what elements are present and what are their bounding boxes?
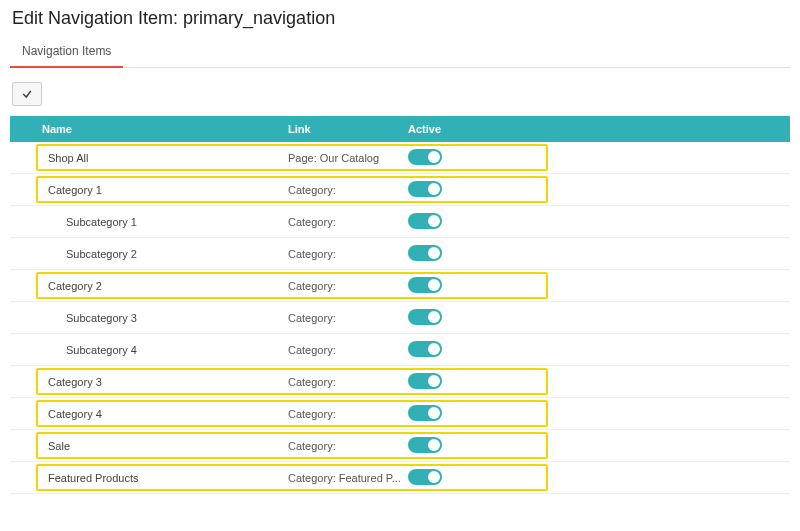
active-toggle[interactable] (408, 149, 442, 165)
row-link: Category: (288, 376, 408, 388)
row-name: Shop All (38, 152, 288, 164)
row-name: Category 3 (38, 376, 288, 388)
check-icon (21, 88, 33, 100)
table-row[interactable]: SaleCategory: (10, 430, 790, 462)
row-link: Category: (288, 216, 408, 228)
row-name: Subcategory 4 (38, 344, 288, 356)
row-link: Page: Our Catalog (288, 152, 408, 164)
table-row[interactable]: Category 4Category: (10, 398, 790, 430)
row-name: Subcategory 1 (38, 216, 288, 228)
table-row[interactable]: Subcategory 3Category: (10, 302, 790, 334)
col-header-active[interactable]: Active (408, 123, 472, 135)
row-name: Category 2 (38, 280, 288, 292)
row-name: Category 1 (38, 184, 288, 196)
row-link: Category: (288, 344, 408, 356)
row-active-cell (408, 213, 472, 231)
table-row[interactable]: Subcategory 1Category: (10, 206, 790, 238)
row-active-cell (408, 405, 472, 423)
table-row[interactable]: Shop AllPage: Our Catalog (10, 142, 790, 174)
active-toggle[interactable] (408, 373, 442, 389)
row-link: Category: (288, 184, 408, 196)
row-name: Subcategory 3 (38, 312, 288, 324)
row-active-cell (408, 245, 472, 263)
row-name: Featured Products (38, 472, 288, 484)
row-active-cell (408, 469, 472, 487)
row-name: Category 4 (38, 408, 288, 420)
table-row[interactable]: Subcategory 4Category: (10, 334, 790, 366)
row-active-cell (408, 309, 472, 327)
row-link: Category: (288, 440, 408, 452)
active-toggle[interactable] (408, 213, 442, 229)
active-toggle[interactable] (408, 245, 442, 261)
active-toggle[interactable] (408, 309, 442, 325)
page-title: Edit Navigation Item: primary_navigation (10, 8, 790, 29)
navigation-items-table: Name Link Active Shop AllPage: Our Catal… (10, 116, 790, 494)
active-toggle[interactable] (408, 437, 442, 453)
row-name: Sale (38, 440, 288, 452)
active-toggle[interactable] (408, 469, 442, 485)
table-header: Name Link Active (10, 116, 790, 142)
row-link: Category: (288, 312, 408, 324)
row-active-cell (408, 181, 472, 199)
table-row[interactable]: Subcategory 2Category: (10, 238, 790, 270)
table-row[interactable]: Category 3Category: (10, 366, 790, 398)
table-row[interactable]: Featured ProductsCategory: Featured P... (10, 462, 790, 494)
table-body: Shop AllPage: Our CatalogCategory 1Categ… (10, 142, 790, 494)
row-active-cell (408, 341, 472, 359)
row-active-cell (408, 437, 472, 455)
tab-navigation-items[interactable]: Navigation Items (10, 36, 123, 68)
row-link: Category: Featured P... (288, 472, 408, 484)
row-link: Category: (288, 248, 408, 260)
table-row[interactable]: Category 2Category: (10, 270, 790, 302)
table-row[interactable]: Category 1Category: (10, 174, 790, 206)
active-toggle[interactable] (408, 341, 442, 357)
row-link: Category: (288, 408, 408, 420)
col-header-link[interactable]: Link (288, 123, 408, 135)
row-name: Subcategory 2 (38, 248, 288, 260)
confirm-button[interactable] (12, 82, 42, 106)
tab-bar: Navigation Items (10, 35, 790, 68)
active-toggle[interactable] (408, 405, 442, 421)
row-active-cell (408, 373, 472, 391)
row-link: Category: (288, 280, 408, 292)
row-active-cell (408, 277, 472, 295)
row-active-cell (408, 149, 472, 167)
active-toggle[interactable] (408, 181, 442, 197)
active-toggle[interactable] (408, 277, 442, 293)
col-header-name[interactable]: Name (38, 123, 288, 135)
